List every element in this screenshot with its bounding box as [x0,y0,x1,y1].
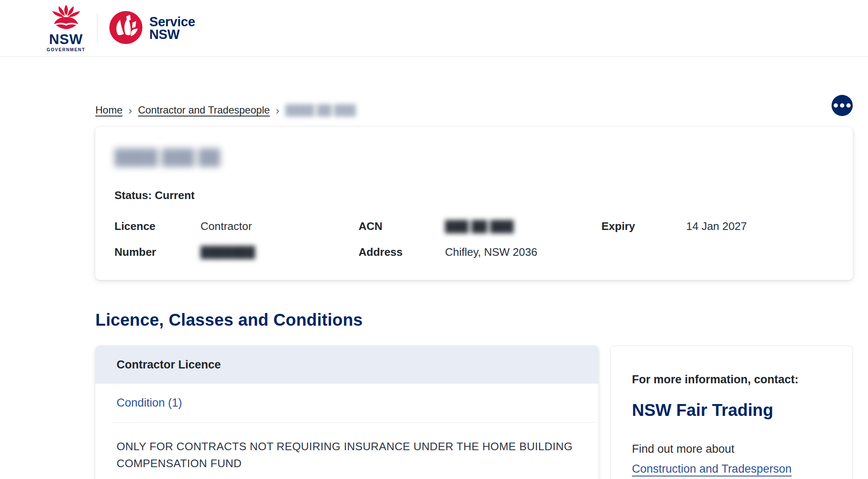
contractor-licence-header: Contractor Licence [95,346,598,384]
header-logo-group[interactable]: NSW GOVERNMENT Service NSW [47,5,195,52]
service-nsw-wordmark: Service NSW [149,16,195,41]
business-name-redacted: ████ ███ ██ [114,148,834,166]
expiry-label: Expiry [601,220,686,233]
agency-name: NSW Fair Trading [632,401,831,420]
acn-value-redacted: ███ ██ ███ [445,220,601,233]
breadcrumb: Home › Contractor and Tradespeople › ███… [95,104,853,116]
number-value-redacted: ███████ [200,246,359,259]
acn-label: ACN [359,220,445,233]
number-label: Number [114,246,200,259]
more-options-button[interactable] [832,95,853,116]
find-out-more-text: Find out more about [632,443,831,456]
licence-label: Licence [114,220,200,233]
service-nsw-circle-icon [109,11,142,46]
government-logo-text: GOVERNMENT [47,47,85,52]
contact-info-card: For more information, contact: NSW Fair … [610,346,853,479]
licence-value: Contractor [200,220,359,233]
licence-summary-card: ████ ███ ██ Status: Current Licence Cont… [95,127,853,280]
condition-link[interactable]: Condition (1) [95,384,598,422]
breadcrumb-contractor-link[interactable]: Contractor and Tradespeople [138,104,270,116]
contact-intro-text: For more information, contact: [632,373,831,386]
condition-text: ONLY FOR CONTRACTS NOT REQUIRING INSURAN… [95,423,598,479]
service-nsw-logo: Service NSW [109,11,195,46]
chevron-right-icon: › [276,105,280,116]
construction-tradesperson-link[interactable]: Construction and Tradesperson [632,462,792,476]
breadcrumb-home-link[interactable]: Home [95,104,122,116]
site-header: NSW GOVERNMENT Service NSW [0,0,868,57]
chevron-right-icon: › [128,105,132,116]
breadcrumb-current-redacted: ████ ██ ███ [285,104,356,116]
content-columns: Contractor Licence Condition (1) ONLY FO… [95,346,853,479]
contractor-licence-card: Contractor Licence Condition (1) ONLY FO… [95,346,598,479]
address-label: Address [359,246,445,259]
address-value: Chifley, NSW 2036 [445,246,601,259]
ellipsis-menu-icon [834,103,838,108]
expiry-value: 14 Jan 2027 [686,220,834,233]
logo-divider [97,13,97,44]
status-text: Status: Current [114,189,834,202]
nsw-government-logo: NSW GOVERNMENT [47,5,85,52]
waratah-icon [50,5,82,31]
nsw-logo-text: NSW [49,32,83,46]
page-title: Licence, Classes and Conditions [95,310,853,329]
licence-detail-grid: Licence Contractor ACN ███ ██ ███ Expiry… [114,220,834,259]
